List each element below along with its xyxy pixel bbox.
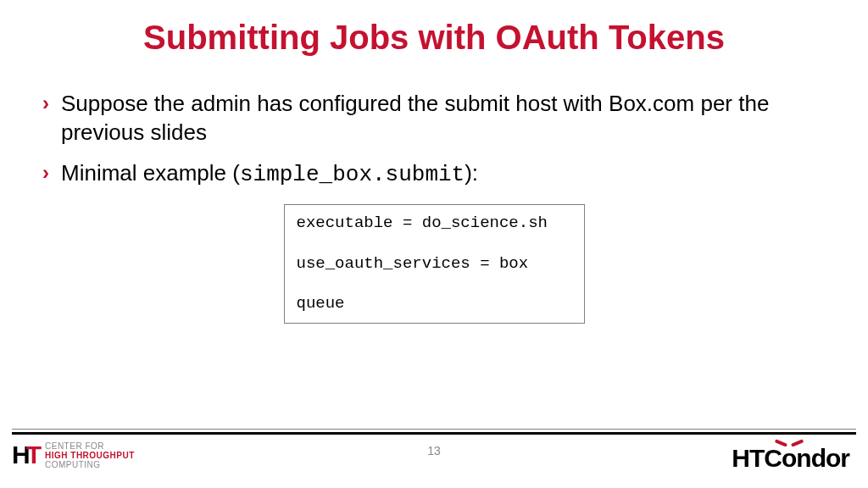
logo-part1: HTC	[732, 444, 782, 473]
bullet-text: Suppose the admin has configured the sub…	[61, 89, 826, 147]
chtc-line2: HIGH THROUGHPUT	[45, 451, 135, 460]
slide-content: › Suppose the admin has configured the s…	[0, 89, 868, 324]
bullet-prefix: Minimal example (	[61, 160, 240, 186]
ht-mark-icon: HT	[12, 441, 40, 469]
code-line: executable = do_science.sh	[297, 214, 572, 234]
code-line	[297, 274, 572, 294]
footer-divider-thin	[12, 429, 856, 430]
code-line	[297, 234, 572, 254]
bullet-suffix: ):	[465, 160, 478, 186]
logo-t: T	[26, 441, 40, 469]
slide-title: Submitting Jobs with OAuth Tokens	[0, 19, 868, 57]
bullet-item: › Minimal example (simple_box.submit):	[42, 158, 826, 189]
bullet-text: Minimal example (simple_box.submit):	[61, 158, 478, 189]
chtc-text: CENTER FOR HIGH THROUGHPUT COMPUTING	[45, 441, 135, 469]
slide-footer: 13 HT CENTER FOR HIGH THROUGHPUT COMPUTI…	[0, 429, 868, 488]
logo-part2: ndor	[796, 444, 849, 473]
htcondor-logo: HTCondor	[732, 444, 849, 473]
logo-o-wrap: o	[782, 444, 796, 473]
bullet-marker-icon: ›	[42, 89, 49, 118]
bullet-marker-icon: ›	[42, 158, 49, 187]
bullet-code: simple_box.submit	[240, 162, 465, 187]
chtc-line1: CENTER FOR	[45, 441, 135, 451]
chtc-logo: HT CENTER FOR HIGH THROUGHPUT COMPUTING	[12, 441, 135, 469]
chtc-line3: COMPUTING	[45, 460, 135, 469]
slide: Submitting Jobs with OAuth Tokens › Supp…	[0, 0, 868, 488]
bullet-item: › Suppose the admin has configured the s…	[42, 89, 826, 147]
code-line: use_oauth_services = box	[297, 254, 572, 274]
wing-icon	[776, 438, 802, 448]
code-block: executable = do_science.sh use_oauth_ser…	[284, 204, 585, 324]
code-line: queue	[297, 294, 572, 314]
footer-divider-thick	[12, 432, 856, 435]
